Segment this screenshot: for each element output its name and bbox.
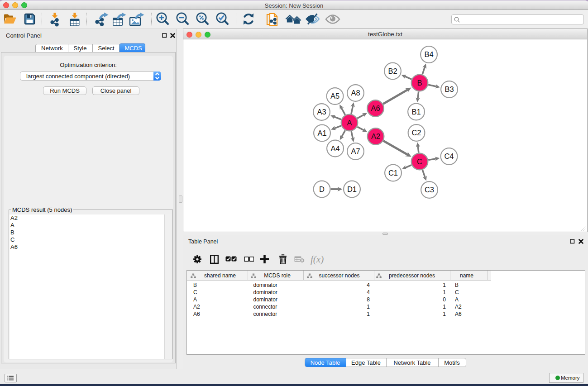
svg-text:C4: C4 bbox=[444, 152, 454, 160]
svg-text:A5: A5 bbox=[330, 92, 339, 100]
svg-text:D: D bbox=[319, 185, 325, 193]
svg-text:A4: A4 bbox=[330, 144, 339, 152]
svg-text:A7: A7 bbox=[351, 147, 360, 155]
svg-text:B2: B2 bbox=[388, 67, 397, 75]
svg-text:A2: A2 bbox=[371, 132, 380, 140]
svg-text:B1: B1 bbox=[411, 108, 421, 116]
svg-text:B: B bbox=[417, 79, 422, 87]
svg-text:C2: C2 bbox=[411, 129, 421, 137]
svg-text:A6: A6 bbox=[371, 104, 380, 112]
svg-text:B4: B4 bbox=[424, 50, 433, 58]
svg-text:C3: C3 bbox=[425, 186, 434, 194]
svg-text:C: C bbox=[417, 157, 422, 166]
svg-text:C1: C1 bbox=[388, 169, 398, 177]
svg-text:A3: A3 bbox=[317, 108, 326, 116]
svg-text:A1: A1 bbox=[317, 129, 326, 137]
svg-text:A: A bbox=[347, 119, 352, 127]
svg-text:D1: D1 bbox=[347, 185, 357, 193]
svg-text:A8: A8 bbox=[351, 89, 360, 97]
svg-text:B3: B3 bbox=[445, 85, 454, 93]
